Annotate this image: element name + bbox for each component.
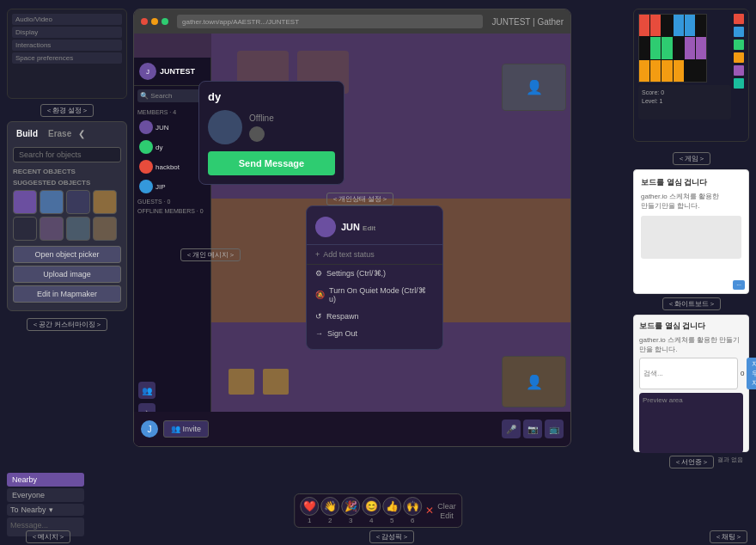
space-title: JUNTEST xyxy=(160,67,195,76)
reaction-3[interactable]: 🎉 3 xyxy=(341,497,360,524)
respawn-item[interactable]: ↺ Respawn xyxy=(307,308,442,325)
collapse-icon[interactable]: ❮ xyxy=(78,129,85,138)
t15 xyxy=(662,60,672,82)
object-item-5[interactable] xyxy=(13,217,37,241)
reaction-clap-btn[interactable]: 🙌 xyxy=(403,497,422,516)
browser-bar: gather.town/app/AAESTR.../JUNTEST JUNTES… xyxy=(134,9,570,34)
reaction-smile-btn[interactable]: 😊 xyxy=(362,497,381,516)
quiet-mode-item[interactable]: 🔕 Turn On Quiet Mode (Ctrl/⌘ u) xyxy=(307,282,442,308)
object-grid xyxy=(13,190,121,241)
tetris-grid xyxy=(638,14,707,83)
minimize-dot[interactable] xyxy=(151,18,158,25)
sr-preview: Preview area xyxy=(639,393,743,453)
tetris-colors xyxy=(734,14,744,89)
member-dy[interactable]: dy xyxy=(137,138,207,156)
member-jun[interactable]: JUN xyxy=(137,119,207,136)
close-dot[interactable] xyxy=(141,18,148,25)
reaction-1[interactable]: ❤️ 1 xyxy=(300,497,319,524)
member-jip-name: JIP xyxy=(155,183,166,191)
tetris-red xyxy=(734,14,744,24)
settings-panel: Audio/Video Display Interactions Space p… xyxy=(7,9,127,99)
game-label: ＜게임＞ xyxy=(633,149,749,164)
wb-title: 보드를 열심 겁니다 xyxy=(641,177,741,188)
object-item-8[interactable] xyxy=(93,217,117,241)
status-input[interactable]: + Add text status xyxy=(307,245,442,265)
reaction-4[interactable]: 😊 4 xyxy=(362,497,381,524)
video-person-2: 👤 xyxy=(503,357,565,407)
share-btn[interactable]: 📺 xyxy=(545,419,564,438)
upload-image-btn[interactable]: Upload image xyxy=(13,266,121,283)
bottom-controls: 🎤 📷 📺 xyxy=(502,419,564,438)
t2 xyxy=(650,15,661,36)
reaction-wave-btn[interactable]: 👋 xyxy=(320,497,339,516)
signout-icon: → xyxy=(315,329,323,338)
space-avatar: J xyxy=(139,63,156,80)
member-search[interactable]: 🔍 Search xyxy=(137,89,207,102)
t8 xyxy=(650,37,661,58)
object-item-4[interactable] xyxy=(93,190,117,214)
settings-item-1: Audio/Video xyxy=(12,14,122,25)
video-feed-2: 👤 xyxy=(502,356,566,407)
mic-btn[interactable]: 🎤 xyxy=(502,419,521,438)
t6 xyxy=(696,15,706,36)
edit-mapmaker-btn[interactable]: Edit in Mapmaker xyxy=(13,285,121,303)
reaction-4-num: 4 xyxy=(369,517,373,524)
object-item-7[interactable] xyxy=(66,217,90,241)
tetris-panel: Score: 0Level: 1 xyxy=(633,9,749,142)
reaction-thumbs-btn[interactable]: 👍 xyxy=(382,497,401,516)
clear-section: Clear Edit xyxy=(437,502,456,520)
reaction-6[interactable]: 🙌 6 xyxy=(403,497,422,524)
item-2 xyxy=(263,369,289,395)
settings-menu-item[interactable]: ⚙ Settings (Ctrl/⌘,) xyxy=(307,265,442,282)
object-item-2[interactable] xyxy=(40,190,64,214)
open-object-picker-btn[interactable]: Open object picker xyxy=(13,246,121,263)
tab-erase[interactable]: Erase xyxy=(45,127,75,140)
guests-title: GUESTS · 0 xyxy=(137,199,207,205)
settings-item-4: Space preferences xyxy=(12,52,122,64)
reaction-6-num: 6 xyxy=(411,517,414,524)
send-message-btn[interactable]: Send Message xyxy=(208,151,335,175)
reaction-2[interactable]: 👋 2 xyxy=(320,497,339,524)
url-bar[interactable]: gather.town/app/AAESTR.../JUNTEST xyxy=(177,15,483,28)
reaction-bar: ❤️ 1 👋 2 🎉 3 😊 4 👍 5 🙌 6 ✕ Clear Edit xyxy=(294,493,462,528)
score-text: Score: 0Level: 1 xyxy=(642,89,728,106)
wb-action-btn[interactable]: ··· xyxy=(733,280,745,290)
cam-btn[interactable]: 📷 xyxy=(523,419,542,438)
t5 xyxy=(685,15,695,36)
sr-input-row: 0 지우자 Show 5 xyxy=(639,358,743,389)
member-jun-name: JUN xyxy=(155,124,169,132)
tetris-purple xyxy=(734,65,744,76)
reaction-party-btn[interactable]: 🎉 xyxy=(341,497,360,516)
personal-settings-label: ＜개인상태 설정＞ xyxy=(326,189,393,205)
item-1 xyxy=(229,369,254,395)
clear-btn-reaction[interactable]: Clear xyxy=(437,502,456,511)
nearby-tab[interactable]: Nearby xyxy=(7,473,84,487)
object-item-6[interactable] xyxy=(40,217,64,241)
wb-footer: ··· xyxy=(733,280,745,290)
reaction-heart-btn[interactable]: ❤️ xyxy=(300,497,319,516)
member-jip[interactable]: JIP xyxy=(137,178,207,195)
invite-btn[interactable]: 👥 Invite xyxy=(163,420,209,438)
reaction-5[interactable]: 👍 5 xyxy=(382,497,401,524)
member-hackbot[interactable]: hackbot xyxy=(137,158,207,175)
t13 xyxy=(639,60,649,82)
reaction-2-num: 2 xyxy=(328,517,332,524)
right-panels: Score: 0Level: 1 ＜게임＞ 보드를 열심 겁니다 gather.… xyxy=(633,9,749,473)
everyone-tab[interactable]: Everyone xyxy=(7,488,84,502)
object-item-1[interactable] xyxy=(13,190,37,214)
tab-build[interactable]: Build xyxy=(13,127,41,140)
personal-msg-label: ＜개인 메시지＞ xyxy=(180,245,241,260)
people-icon-btn[interactable]: 👥 xyxy=(138,382,155,399)
search-objects-input[interactable] xyxy=(13,147,121,162)
expand-dot[interactable] xyxy=(162,18,168,25)
reaction-close-btn[interactable]: ✕ xyxy=(425,505,434,517)
tetris-teal xyxy=(734,78,744,89)
clear-btn[interactable]: 지우자 xyxy=(747,358,756,389)
t1 xyxy=(639,15,649,36)
profile-header: JUN Edit xyxy=(307,213,442,245)
search-input[interactable] xyxy=(639,358,738,389)
sign-out-item[interactable]: → Sign Out xyxy=(307,325,442,342)
object-item-3[interactable] xyxy=(66,190,90,214)
settings-item-2: Display xyxy=(12,27,122,38)
edit-btn-reaction[interactable]: Edit xyxy=(440,511,454,520)
